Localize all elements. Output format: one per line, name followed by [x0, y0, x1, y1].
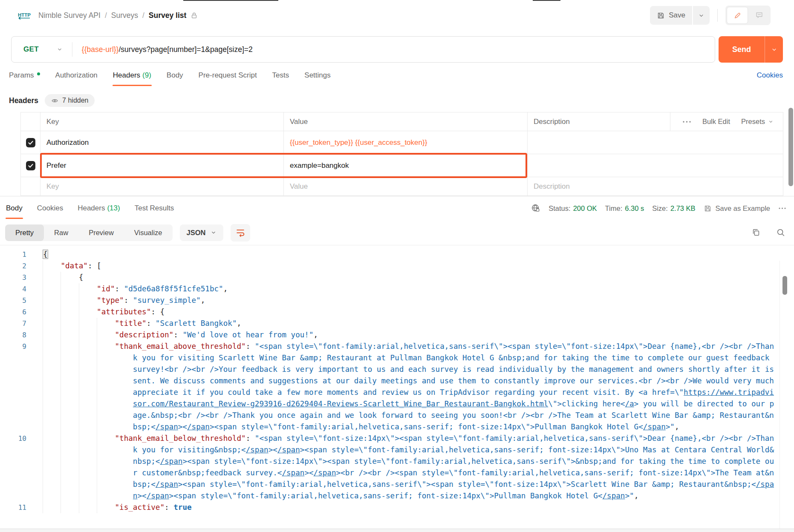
token-str: ><	[269, 446, 277, 454]
description-cell[interactable]	[527, 154, 783, 177]
window-tab-indicator-2	[533, 0, 560, 1]
headers-section-title: Headers	[9, 96, 38, 105]
key-cell-placeholder[interactable]: Key	[40, 177, 283, 196]
save-button[interactable]: Save	[650, 6, 692, 25]
time-label: Time:	[605, 204, 623, 213]
code-line: 6"attributes": {	[0, 306, 794, 318]
token-link: /a	[625, 400, 634, 408]
code-toolbar-right	[751, 228, 785, 237]
tab-preview[interactable]: Preview	[78, 224, 124, 241]
network-icon[interactable]	[531, 204, 540, 213]
breadcrumb-separator: /	[105, 11, 107, 20]
key-cell[interactable]: Prefer	[40, 154, 283, 177]
tab-body[interactable]: Body	[6, 201, 23, 215]
key-cell[interactable]: Authorization	[40, 131, 283, 154]
copy-icon[interactable]	[751, 228, 761, 237]
tab-label: Headers	[113, 71, 140, 80]
pencil-icon	[733, 12, 742, 20]
row-checkbox-cell	[21, 177, 40, 196]
tab-settings[interactable]: Settings	[304, 69, 330, 82]
bulk-edit-button[interactable]: Bulk Edit	[702, 118, 730, 126]
checkbox-checked[interactable]	[26, 138, 35, 147]
unsaved-dot	[37, 72, 40, 75]
tab-pre-request-script[interactable]: Pre-request Script	[199, 69, 257, 82]
tab-pretty[interactable]: Pretty	[5, 224, 44, 241]
url-variable: {{base-url}}	[82, 45, 119, 54]
token-link: /span	[156, 423, 178, 431]
token-link: /span	[147, 492, 169, 500]
token-punc: : [	[88, 262, 101, 270]
response-view-tabs: PrettyRawPreviewVisualize	[5, 224, 173, 241]
description-cell[interactable]	[527, 131, 783, 154]
headers-section-header: Headers 7 hidden	[9, 92, 794, 109]
token-punc: :	[173, 331, 182, 339]
token-key: "attributes"	[97, 308, 151, 316]
hidden-headers-toggle[interactable]: 7 hidden	[45, 94, 95, 107]
token-key: "thank_email_above_threshold"	[115, 342, 245, 351]
send-button[interactable]: Send	[719, 36, 765, 63]
token-str: >"	[625, 492, 634, 500]
tab-visualize[interactable]: Visualize	[124, 224, 173, 241]
response-view-row: PrettyRawPreviewVisualize JSON	[0, 220, 794, 245]
chevron-down-icon	[771, 46, 777, 53]
token-str: "Scarlett Bangkok"	[156, 319, 237, 328]
tab-body[interactable]: Body	[167, 69, 183, 82]
tab-headers[interactable]: Headers(9)	[113, 69, 151, 82]
more-options-icon[interactable]	[682, 121, 691, 123]
save-as-example-button[interactable]: Save as Example	[704, 204, 770, 213]
tab-cookies[interactable]: Cookies	[37, 201, 63, 215]
token-punc: :	[165, 503, 173, 512]
token-str: ><	[137, 492, 146, 500]
tab-params[interactable]: Params	[9, 69, 40, 82]
page-scrollbar-thumb[interactable]	[788, 108, 793, 186]
token-key: "thank_email_below_threshold"	[115, 434, 245, 443]
format-selector[interactable]: JSON	[180, 224, 224, 241]
token-punc: :	[246, 342, 255, 351]
wrap-text-button[interactable]	[231, 224, 250, 242]
request-tabs-row: ParamsAuthorizationHeaders(9)BodyPre-req…	[0, 63, 794, 88]
description-cell-placeholder[interactable]: Description	[527, 177, 783, 196]
url-input[interactable]: {{base-url}}/surveys?page[number]=1&page…	[72, 45, 262, 54]
format-label: JSON	[187, 229, 206, 237]
row-checkbox-cell	[21, 154, 40, 177]
value-cell[interactable]: {{user_token_type}} {{user_access_token}…	[283, 131, 527, 154]
breadcrumb-collection[interactable]: Nimble Survey API	[38, 11, 101, 20]
tab-raw[interactable]: Raw	[44, 224, 78, 241]
breadcrumb-separator: /	[142, 11, 144, 20]
line-number: 3	[0, 272, 26, 283]
token-key: "is_active"	[115, 503, 165, 512]
value-cell[interactable]: example=bangkok	[283, 154, 527, 177]
tab-label: Body	[167, 71, 183, 80]
status-value: 200 OK	[573, 204, 597, 213]
tab-headers[interactable]: Headers(13)	[78, 201, 120, 215]
request-url-row: GET {{base-url}}/surveys?page[number]=1&…	[11, 36, 783, 63]
checkbox-checked[interactable]	[26, 161, 35, 170]
presets-dropdown[interactable]: Presets	[741, 118, 774, 126]
method-selector[interactable]: GET	[12, 45, 72, 54]
tab-tests[interactable]: Tests	[272, 69, 289, 82]
value-cell-placeholder[interactable]: Value	[283, 177, 527, 196]
token-punc: :	[124, 296, 133, 305]
send-options-button[interactable]	[765, 36, 783, 63]
bottom-status-bar	[0, 529, 794, 532]
send-group: Send	[719, 36, 783, 63]
token-link: /span	[187, 423, 210, 431]
token-link: /span	[246, 446, 269, 454]
tab-authorization[interactable]: Authorization	[55, 69, 98, 82]
cookies-link[interactable]: Cookies	[757, 71, 783, 80]
edit-button[interactable]	[727, 7, 748, 24]
code-line: 8"description": "We'd love ot hear from …	[0, 329, 794, 341]
window-tab-indicator	[183, 0, 278, 1]
search-icon[interactable]	[776, 228, 785, 237]
code-scrollbar-thumb[interactable]	[782, 276, 787, 295]
time-value: 6.30 s	[625, 204, 644, 213]
breadcrumb-folder[interactable]: Surveys	[111, 11, 138, 20]
save-options-button[interactable]	[693, 6, 710, 25]
size-label: Size:	[652, 204, 668, 213]
tab-test-results[interactable]: Test Results	[135, 201, 174, 215]
line-number: 7	[0, 318, 26, 329]
comment-button[interactable]	[749, 7, 769, 23]
response-body-editor: 1{2"data": [3{4"id": "d5de6a8f8f5f1cfe51…	[0, 245, 794, 532]
response-more-options-icon[interactable]	[778, 207, 786, 210]
headers-table-head: Key Value Description Bulk Edit Presets	[21, 112, 783, 131]
